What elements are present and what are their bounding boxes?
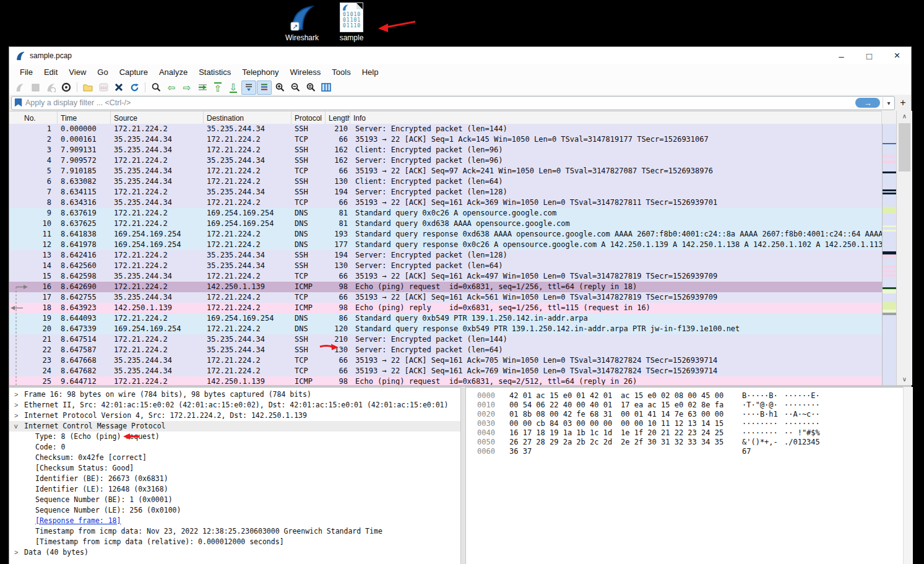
save-file-icon[interactable]: 010	[96, 80, 111, 95]
intelligent-scrollbar-minimap[interactable]	[882, 124, 897, 385]
menu-statistics[interactable]: Statistics	[193, 66, 236, 79]
zoom-out-icon[interactable]	[288, 80, 303, 95]
packet-row-20[interactable]: 208.647339169.254.169.254172.21.224.2DNS…	[9, 324, 882, 334]
auto-scroll-icon[interactable]	[241, 80, 256, 95]
go-bottom-icon[interactable]: ⇩	[226, 80, 241, 95]
packet-row-25[interactable]: 259.644712172.21.224.2142.250.1.139ICMP9…	[9, 376, 882, 385]
pane-divider[interactable]	[460, 387, 466, 564]
detail-line-0[interactable]: >Frame 16: 98 bytes on wire (784 bits), …	[9, 389, 460, 400]
scroll-up-icon[interactable]: ∧	[897, 111, 912, 122]
packet-row-13[interactable]: 138.642416172.21.224.235.235.244.34SSH19…	[9, 250, 882, 261]
detail-line-2[interactable]: >Internet Protocol Version 4, Src: 172.2…	[9, 410, 460, 421]
packet-row-22[interactable]: 228.647587172.21.224.235.235.244.34SSH13…	[9, 345, 882, 355]
detail-line-14[interactable]: [Timestamp from icmp data (relative): 0.…	[9, 537, 460, 547]
packet-row-7[interactable]: 78.634115172.21.224.235.235.244.34SSH194…	[9, 187, 882, 197]
menu-analyze[interactable]: Analyze	[153, 66, 193, 79]
detail-line-15[interactable]: >Data (40 bytes)	[9, 547, 460, 558]
hex-row-0000[interactable]: 000042 01 ac 15 e0 01 42 01ac 15 e0 02 0…	[466, 391, 903, 401]
desktop-icon-sample[interactable]: 01010 01101 01110 sample	[330, 2, 373, 42]
capture-options-icon[interactable]	[59, 80, 74, 95]
find-packet-icon[interactable]	[149, 80, 163, 95]
filter-dropdown-chevron-icon[interactable]: ▾	[883, 97, 894, 108]
packet-row-24[interactable]: 248.64768235.235.244.34172.21.224.2TCP66…	[9, 366, 882, 376]
menu-help[interactable]: Help	[356, 66, 384, 79]
expander-icon[interactable]: >	[14, 410, 23, 421]
go-back-icon[interactable]: ⇦	[164, 80, 179, 95]
expander-icon[interactable]: >	[14, 547, 23, 558]
hex-row-0040[interactable]: 004016 17 18 19 1a 1b 1c 1d1e 1f 20 21 2…	[466, 428, 903, 438]
menu-edit[interactable]: Edit	[38, 66, 63, 79]
expander-icon[interactable]: >	[14, 389, 23, 400]
add-filter-button[interactable]: +	[895, 97, 911, 108]
menu-telephony[interactable]: Telephony	[236, 66, 284, 79]
packet-row-5[interactable]: 57.91018535.235.244.34172.21.224.2TCP663…	[9, 166, 882, 176]
packet-row-15[interactable]: 158.64259835.235.244.34172.21.224.2TCP66…	[9, 271, 882, 282]
column-header-source[interactable]: Source	[111, 111, 204, 124]
detail-line-10[interactable]: Sequence Number (BE): 1 (0x0001)	[9, 495, 460, 505]
packet-row-12[interactable]: 128.641978169.254.169.254172.21.224.2DNS…	[9, 240, 882, 250]
hex-row-0030[interactable]: 003000 00 cb 84 03 00 00 0000 00 10 11 1…	[466, 419, 903, 428]
detail-line-12[interactable]: [Response frame: 18]	[9, 516, 460, 526]
detail-line-11[interactable]: Sequence Number (LE): 256 (0x0100)	[9, 505, 460, 516]
menu-capture[interactable]: Capture	[114, 66, 153, 79]
resize-columns-icon[interactable]	[319, 80, 334, 95]
packet-row-3[interactable]: 37.90913135.235.244.34172.21.224.2SSH162…	[9, 145, 882, 155]
detail-line-8[interactable]: Identifier (BE): 26673 (0x6831)	[9, 474, 460, 484]
menu-go[interactable]: Go	[92, 66, 113, 79]
scrollbar-thumb[interactable]	[899, 123, 910, 171]
packet-row-14[interactable]: 148.642560172.21.224.235.235.244.34SSH13…	[9, 261, 882, 271]
menu-tools[interactable]: Tools	[326, 66, 356, 79]
reload-file-icon[interactable]	[127, 80, 142, 95]
column-header-length[interactable]: Length	[326, 111, 350, 124]
go-forward-icon[interactable]: ⇨	[179, 80, 194, 95]
packet-row-23[interactable]: 238.64766835.235.244.34172.21.224.2TCP66…	[9, 355, 882, 366]
go-to-packet-icon[interactable]	[195, 80, 210, 95]
column-header-no[interactable]: No.	[9, 111, 58, 124]
hex-row-0050[interactable]: 005026 27 28 29 2a 2b 2c 2d2e 2f 30 31 3…	[466, 438, 903, 447]
packet-row-8[interactable]: 88.63431635.235.244.34172.21.224.2TCP663…	[9, 197, 882, 208]
menu-wireless[interactable]: Wireless	[284, 66, 326, 79]
hex-row-0010[interactable]: 001000 54 06 22 40 00 40 0117 ea ac 15 e…	[466, 401, 903, 410]
detail-line-7[interactable]: [Checksum Status: Good]	[9, 463, 460, 474]
hex-pane-scrollbar[interactable]	[903, 387, 913, 564]
packet-row-21[interactable]: 218.647514172.21.224.235.235.244.34SSH21…	[9, 334, 882, 345]
stop-capture-icon[interactable]	[28, 80, 43, 95]
column-header-time[interactable]: Time	[58, 111, 111, 124]
column-header-info[interactable]: Info	[350, 111, 882, 124]
menu-file[interactable]: File	[14, 66, 38, 79]
packet-row-17[interactable]: 178.64275535.235.244.34172.21.224.2TCP66…	[9, 292, 882, 303]
restart-capture-icon[interactable]	[43, 80, 58, 95]
colorize-icon[interactable]	[257, 80, 272, 95]
start-capture-icon[interactable]	[12, 80, 27, 95]
packet-row-11[interactable]: 118.641838169.254.169.254172.21.224.2DNS…	[9, 229, 882, 240]
packet-row-1[interactable]: 10.000000172.21.224.235.235.244.34SSH210…	[9, 124, 882, 134]
packet-row-18[interactable]: 188.643923142.250.1.139172.21.224.2ICMP9…	[9, 303, 882, 313]
detail-line-4[interactable]: Type: 8 (Echo (ping) request)	[9, 432, 460, 442]
maximize-button[interactable]: □	[855, 47, 883, 64]
detail-line-13[interactable]: Timestamp from icmp data: Nov 23, 2022 1…	[9, 526, 460, 537]
detail-line-1[interactable]: >Ethernet II, Src: 42:01:ac:15:e0:02 (42…	[9, 400, 460, 410]
packet-row-16[interactable]: 168.642690172.21.224.2142.250.1.139ICMP9…	[9, 282, 882, 292]
hex-row-0060[interactable]: 006036 3767	[466, 447, 903, 456]
packet-row-2[interactable]: 20.00016135.235.244.34172.21.224.2TCP663…	[9, 134, 882, 145]
column-header-destination[interactable]: Destination	[204, 111, 291, 124]
packet-row-6[interactable]: 68.63308235.235.244.34172.21.224.2SSH130…	[9, 176, 882, 187]
zoom-original-icon[interactable]	[303, 80, 318, 95]
detail-line-9[interactable]: Identifier (LE): 12648 (0x3168)	[9, 484, 460, 495]
hex-row-0020[interactable]: 002001 8b 08 00 42 fe 68 3100 01 41 14 7…	[466, 410, 903, 419]
scroll-down-icon[interactable]: ∨	[897, 374, 912, 385]
detail-line-6[interactable]: Checksum: 0x42fe [correct]	[9, 453, 460, 463]
close-file-icon[interactable]	[111, 80, 126, 95]
close-button[interactable]: ×	[883, 47, 911, 64]
display-filter-input[interactable]	[23, 98, 855, 108]
zoom-in-icon[interactable]	[272, 80, 287, 95]
go-top-icon[interactable]: ⇧	[210, 80, 225, 95]
packet-row-10[interactable]: 108.637625172.21.224.2169.254.169.254DNS…	[9, 219, 882, 229]
open-file-icon[interactable]	[80, 80, 95, 95]
desktop-icon-wireshark[interactable]: ↗ Wireshark	[280, 2, 324, 42]
packet-row-4[interactable]: 47.909572172.21.224.235.235.244.34SSH162…	[9, 155, 882, 166]
column-header-protocol[interactable]: Protocol	[291, 111, 326, 124]
detail-line-3[interactable]: vInternet Control Message Protocol	[9, 421, 460, 432]
response-frame-link[interactable]: [Response frame: 18]	[35, 516, 121, 526]
minimize-button[interactable]: –	[827, 47, 855, 64]
